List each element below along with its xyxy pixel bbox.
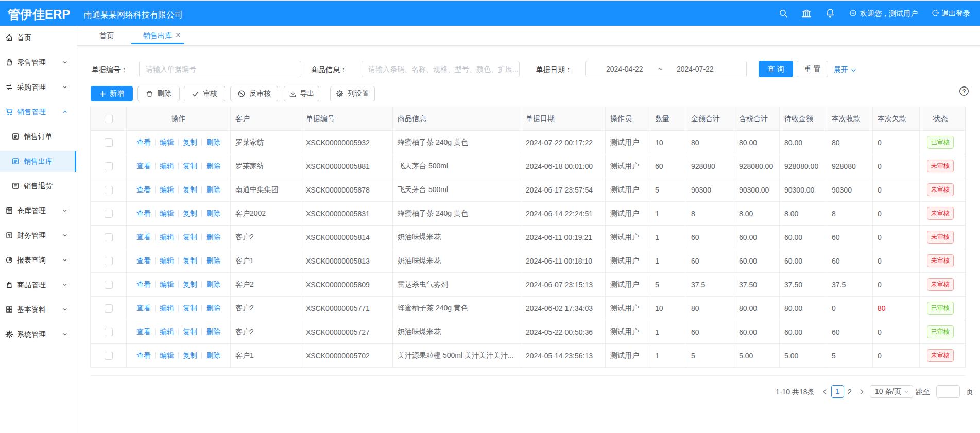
svg-text:?: ?: [962, 88, 966, 94]
